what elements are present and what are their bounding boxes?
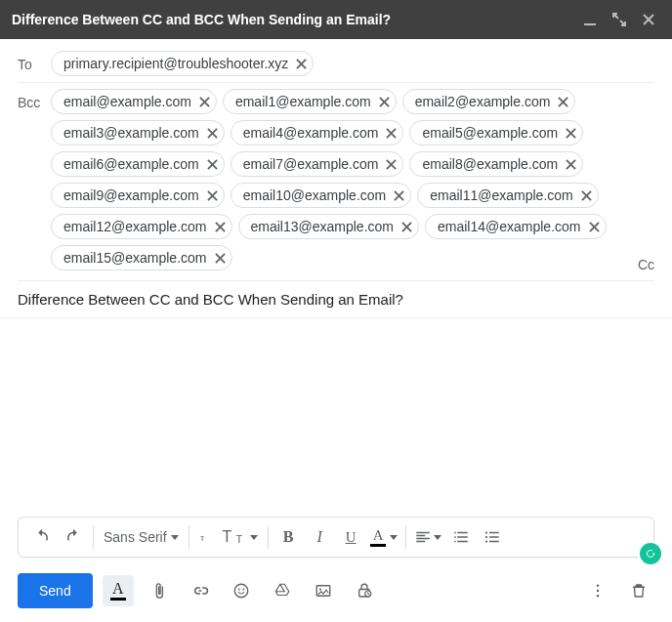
to-row: To primary.recipient@troubleshooter.xyz (18, 45, 654, 83)
close-button[interactable] (637, 8, 660, 31)
bulleted-list-button[interactable] (477, 521, 508, 553)
recipient-chip[interactable]: email1@example.com (223, 89, 397, 114)
remove-chip-icon[interactable] (296, 59, 307, 69)
svg-point-50 (597, 595, 599, 597)
subject-field[interactable]: Difference Between CC and BCC When Sendi… (0, 281, 672, 318)
remove-chip-icon[interactable] (207, 159, 218, 170)
svg-point-45 (319, 588, 321, 590)
recipient-chip[interactable]: email13@example.com (238, 214, 420, 239)
remove-chip-icon[interactable] (386, 128, 397, 139)
svg-point-40 (485, 540, 487, 542)
chip-text: email1@example.com (235, 95, 371, 108)
recipient-chip[interactable]: email5@example.com (409, 120, 583, 145)
insert-drive-button[interactable] (267, 575, 298, 606)
send-button[interactable]: Send (18, 573, 93, 608)
attach-file-button[interactable] (144, 575, 175, 606)
to-chips[interactable]: primary.recipient@troubleshooter.xyz (51, 51, 654, 76)
remove-chip-icon[interactable] (566, 128, 576, 139)
recipient-chip[interactable]: email8@example.com (409, 151, 583, 177)
remove-chip-icon[interactable] (401, 222, 412, 232)
insert-photo-button[interactable] (308, 575, 339, 606)
insert-link-button[interactable] (185, 575, 216, 606)
numbered-list-button[interactable] (445, 521, 477, 553)
recipient-chip[interactable]: email11@example.com (417, 183, 599, 208)
chip-text: email15@example.com (63, 251, 207, 265)
chip-text: email4@example.com (243, 126, 379, 140)
svg-text:т: т (200, 533, 204, 543)
recipient-chip[interactable]: email3@example.com (51, 120, 225, 145)
redo-button[interactable] (58, 521, 89, 553)
svg-point-43 (242, 589, 244, 591)
chevron-down-icon (250, 535, 258, 540)
text-color-button[interactable]: A (366, 521, 401, 553)
recipient-chip[interactable]: email14@example.com (425, 214, 607, 239)
recipient-chip[interactable]: email9@example.com (51, 183, 225, 208)
svg-point-42 (238, 589, 240, 591)
remove-chip-icon[interactable] (386, 159, 397, 170)
remove-chip-icon[interactable] (581, 190, 592, 201)
formatting-options-button[interactable]: A (103, 575, 134, 606)
svg-point-38 (485, 531, 487, 533)
format-toolbar: Sans Serif т TT B I U A (18, 517, 654, 558)
recipient-chip[interactable]: email6@example.com (51, 151, 225, 177)
chip-text: email12@example.com (63, 220, 207, 233)
font-size-button[interactable]: т TT (193, 521, 265, 553)
remove-chip-icon[interactable] (215, 222, 226, 232)
undo-button[interactable] (26, 521, 58, 553)
font-selector[interactable]: Sans Serif (98, 521, 185, 553)
align-button[interactable] (410, 521, 445, 553)
chip-text: email10@example.com (243, 188, 387, 202)
chip-text: primary.recipient@troubleshooter.xyz (63, 57, 288, 70)
grammarly-icon[interactable] (640, 543, 661, 564)
remove-chip-icon[interactable] (207, 128, 218, 139)
recipient-chip[interactable]: email10@example.com (231, 183, 412, 208)
chip-text: email@example.com (63, 95, 191, 108)
chip-text: email13@example.com (251, 220, 395, 233)
chip-text: email11@example.com (430, 188, 573, 202)
italic-button[interactable]: I (304, 521, 335, 553)
remove-chip-icon[interactable] (394, 190, 404, 201)
chip-text: email5@example.com (422, 126, 558, 140)
recipient-chip[interactable]: email4@example.com (231, 120, 404, 145)
recipient-chip[interactable]: email2@example.com (402, 89, 576, 114)
remove-chip-icon[interactable] (566, 159, 576, 170)
recipient-chip[interactable]: email@example.com (51, 89, 217, 114)
remove-chip-icon[interactable] (558, 97, 568, 107)
remove-chip-icon[interactable] (207, 190, 218, 201)
bold-button[interactable]: B (273, 521, 304, 553)
cc-link[interactable]: Cc (638, 257, 654, 272)
chevron-down-icon (390, 535, 398, 540)
remove-chip-icon[interactable] (589, 222, 600, 232)
divider (189, 525, 189, 549)
more-options-button[interactable] (582, 575, 613, 606)
divider (405, 525, 406, 549)
bcc-row: Bcc email@example.comemail1@example.come… (18, 83, 654, 281)
minimize-button[interactable] (578, 8, 602, 31)
recipient-chip[interactable]: email7@example.com (231, 151, 404, 177)
font-name: Sans Serif (104, 529, 167, 545)
recipient-chip[interactable]: primary.recipient@troubleshooter.xyz (51, 51, 314, 76)
bcc-chips[interactable]: email@example.comemail1@example.comemail… (51, 89, 654, 270)
chip-text: email6@example.com (63, 157, 199, 171)
recipient-chip[interactable]: email15@example.com (51, 245, 232, 270)
recipient-chip[interactable]: email12@example.com (51, 214, 232, 239)
chevron-down-icon (171, 535, 179, 540)
svg-point-49 (597, 590, 599, 592)
chip-text: email7@example.com (243, 157, 379, 171)
fullscreen-button[interactable] (608, 8, 631, 31)
insert-emoji-button[interactable] (226, 575, 257, 606)
remove-chip-icon[interactable] (379, 97, 390, 107)
remove-chip-icon[interactable] (199, 97, 210, 107)
chip-text: email9@example.com (63, 188, 199, 202)
svg-point-48 (597, 585, 599, 587)
underline-button[interactable]: U (335, 521, 366, 553)
svg-point-39 (485, 536, 487, 538)
discard-draft-button[interactable] (623, 575, 654, 606)
to-label: To (18, 51, 51, 72)
remove-chip-icon[interactable] (215, 253, 226, 264)
chip-text: email2@example.com (415, 95, 551, 108)
confidential-mode-button[interactable] (349, 575, 380, 606)
chip-text: email8@example.com (422, 157, 558, 171)
bcc-label: Bcc (18, 89, 51, 110)
chip-text: email14@example.com (438, 220, 581, 233)
